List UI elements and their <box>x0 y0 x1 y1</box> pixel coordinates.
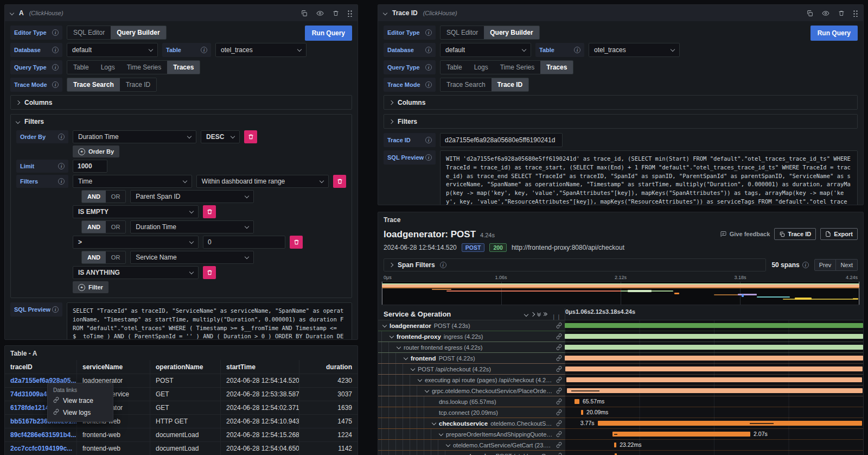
span-link-icon[interactable] <box>556 399 563 405</box>
span-name-cell[interactable]: frontend POST (4.22s) <box>378 353 565 364</box>
run-query-button[interactable]: Run Query <box>305 26 352 41</box>
span-link-icon[interactable] <box>556 409 563 415</box>
span-collapse-icon[interactable] <box>446 442 450 446</box>
query-type-timeseries[interactable]: Time Series <box>121 61 168 74</box>
span-timeline-cell[interactable]: 65.57ms <box>565 396 863 407</box>
hide-response-icon[interactable] <box>822 10 829 17</box>
query-type-toggle[interactable]: Table Logs Time Series Traces <box>67 60 200 74</box>
collapse-one-icon[interactable] <box>525 313 528 316</box>
span-link-icon[interactable] <box>556 442 563 448</box>
span-row[interactable]: dns.lookup (65.57ms) 65.57ms <box>378 396 863 407</box>
order-by-direction-select[interactable]: DESC <box>201 130 240 143</box>
span-bar[interactable] <box>598 421 862 426</box>
span-bar[interactable] <box>614 443 616 447</box>
span-bar[interactable] <box>581 410 583 415</box>
span-row[interactable]: oteldemo.CartService/GetCart (23.22ms) 2… <box>378 440 863 451</box>
view-trace-link[interactable]: View trace <box>53 397 107 405</box>
span-collapse-icon[interactable] <box>411 366 415 370</box>
span-row[interactable]: frontend POST (4.22s) <box>378 353 863 364</box>
query-builder-option[interactable]: Query Builder <box>484 26 539 39</box>
add-filter-button[interactable]: +Filter <box>73 281 108 293</box>
or-option[interactable]: OR <box>106 251 126 263</box>
filter-field-select[interactable]: Service Name <box>130 251 254 264</box>
info-icon[interactable]: i <box>425 81 432 88</box>
span-row[interactable]: tcp.connect (20.09ms) 20.09ms <box>378 407 863 418</box>
filter-field-select[interactable]: Duration Time <box>130 220 254 233</box>
span-filters-header[interactable]: Span Filters i <box>384 258 766 271</box>
span-timeline-cell[interactable]: 20.09ms <box>565 407 863 418</box>
info-icon[interactable]: i <box>201 47 207 53</box>
span-bar[interactable] <box>612 432 750 437</box>
hide-response-icon[interactable] <box>316 10 324 17</box>
span-name-cell[interactable]: tcp.connect (20.09ms) <box>378 407 565 418</box>
query-type-toggle[interactable]: Table Logs Time Series Traces <box>440 60 573 74</box>
info-icon[interactable]: i <box>425 47 432 53</box>
span-name-cell[interactable]: frontend-proxy ingress (4.22s) <box>378 331 565 342</box>
span-link-icon[interactable] <box>556 377 563 383</box>
span-timeline-cell[interactable]: 3.77s <box>565 418 863 429</box>
or-option[interactable]: OR <box>106 191 126 203</box>
span-link-icon[interactable] <box>556 453 563 455</box>
expand-all-icon[interactable] <box>544 313 547 315</box>
span-collapse-icon[interactable] <box>390 333 394 338</box>
table-row[interactable]: 2cc7ccfc0194199c... frontend-web documen… <box>5 442 358 455</box>
view-logs-link[interactable]: View logs <box>53 409 107 416</box>
span-row[interactable]: frontend-proxy ingress (4.22s) <box>378 331 863 342</box>
remove-order-by-button[interactable] <box>244 130 257 143</box>
collapse-all-icon[interactable] <box>538 313 540 316</box>
and-option[interactable]: AND <box>82 191 106 203</box>
info-icon[interactable]: i <box>52 29 59 36</box>
info-icon[interactable]: i <box>425 154 432 161</box>
span-name-cell[interactable]: loadgenerator POST (4.23s) <box>378 320 565 331</box>
bool-operator-toggle[interactable]: AND OR <box>81 190 126 203</box>
filters-section-header[interactable]: Filters <box>384 115 857 128</box>
and-option[interactable]: AND <box>82 251 106 263</box>
span-timeline-cell[interactable] <box>565 375 863 386</box>
export-button[interactable]: Export <box>820 228 858 240</box>
span-bar[interactable] <box>566 377 862 382</box>
trace-id-copy-button[interactable]: Trace ID <box>774 228 816 240</box>
database-select[interactable]: default <box>440 43 531 57</box>
duplicate-query-icon[interactable] <box>806 10 813 17</box>
span-timeline-cell[interactable] <box>565 364 863 375</box>
query-type-table[interactable]: Table <box>67 61 95 74</box>
query-type-table[interactable]: Table <box>441 61 468 74</box>
add-order-by-button[interactable]: +Order By <box>73 146 119 157</box>
trace-search-option[interactable]: Trace Search <box>67 78 120 91</box>
trace-id-input[interactable] <box>440 133 563 147</box>
span-name-cell[interactable]: router frontend egress (4.22s) <box>378 342 565 353</box>
remove-filter-button[interactable] <box>333 175 346 188</box>
give-feedback-button[interactable]: Give feedback <box>720 231 770 237</box>
span-row[interactable]: executing api route (pages) /api/checkou… <box>378 375 863 386</box>
span-link-icon[interactable] <box>556 420 563 426</box>
info-icon[interactable]: i <box>425 29 432 36</box>
span-bar[interactable] <box>565 323 863 328</box>
column-header-servicename[interactable]: serviceName <box>77 360 150 374</box>
span-collapse-icon[interactable] <box>404 355 408 359</box>
span-link-icon[interactable] <box>556 431 563 437</box>
trace-mode-toggle[interactable]: Trace Search Trace ID <box>440 78 529 92</box>
collapse-query-icon[interactable] <box>10 11 14 15</box>
span-bar[interactable] <box>565 345 863 350</box>
query-type-logs[interactable]: Logs <box>468 61 494 74</box>
database-select[interactable]: default <box>67 43 158 57</box>
span-collapse-icon[interactable] <box>439 431 443 435</box>
editor-type-toggle[interactable]: SQL Editor Query Builder <box>67 26 167 40</box>
span-link-icon[interactable] <box>556 323 563 328</box>
info-icon[interactable]: i <box>52 64 59 71</box>
query-type-timeseries[interactable]: Time Series <box>494 61 541 74</box>
collapse-query-icon[interactable] <box>383 11 387 15</box>
query-type-logs[interactable]: Logs <box>95 61 121 74</box>
trace-search-option[interactable]: Trace Search <box>441 78 492 91</box>
run-query-button[interactable]: Run Query <box>810 26 858 41</box>
span-name-cell[interactable]: grpc.oteldemo.CheckoutService/PlaceOrder… <box>378 386 565 396</box>
bool-operator-toggle[interactable]: AND OR <box>81 251 126 264</box>
span-collapse-icon[interactable] <box>453 453 457 455</box>
filter-time-value-select[interactable]: Within dashboard time range <box>196 175 329 188</box>
query-type-traces[interactable]: Traces <box>540 61 573 74</box>
info-icon[interactable]: i <box>425 137 432 143</box>
span-name-cell[interactable]: POST /api/checkout (4.22s) <box>378 364 565 375</box>
column-header-duration[interactable]: duration <box>299 360 358 374</box>
limit-input[interactable] <box>73 160 107 173</box>
query-header[interactable]: Trace ID (ClickHouse) <box>378 5 863 21</box>
